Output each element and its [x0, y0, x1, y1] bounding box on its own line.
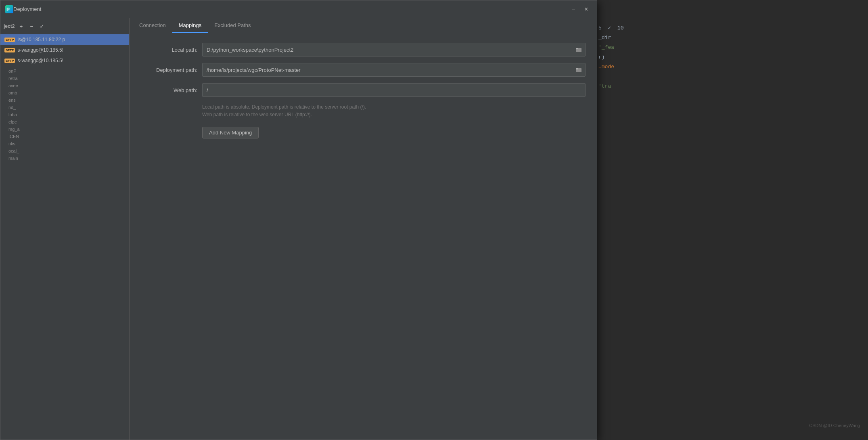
- local-path-browse-button[interactable]: [573, 44, 585, 56]
- local-path-input-wrapper: [202, 43, 586, 57]
- file-list-item[interactable]: ens: [0, 96, 129, 104]
- web-path-label: Web path:: [141, 87, 197, 93]
- file-list-section: onP retra avee omb ens nd_ loba elpe mg_…: [0, 66, 129, 163]
- server-list-item[interactable]: SFTP s-wanggc@10.185.5!: [0, 55, 129, 66]
- project-title: ject2: [4, 23, 15, 29]
- code-line: r): [594, 52, 868, 62]
- code-panel: 5 ✓ 10 _dir '_fea r) =mode 'tra: [594, 0, 868, 440]
- file-list-item[interactable]: nd_: [0, 104, 129, 111]
- app-icon: P: [5, 5, 13, 13]
- server-list-item[interactable]: SFTP s-wanggc@10.185.5!: [0, 45, 129, 55]
- code-line: 'tra: [594, 82, 868, 91]
- local-path-row: Local path:: [141, 43, 586, 57]
- sftp-icon: SFTP: [4, 59, 15, 63]
- local-path-label: Local path:: [141, 47, 197, 53]
- web-path-row: Web path:: [141, 83, 586, 97]
- local-path-input[interactable]: [202, 43, 586, 57]
- server-label: s-wanggc@10.185.5!: [17, 58, 63, 63]
- close-button[interactable]: ×: [581, 4, 592, 15]
- file-list-item[interactable]: loba: [0, 111, 129, 118]
- file-list-item[interactable]: elpe: [0, 118, 129, 126]
- deployment-path-input-wrapper: [202, 63, 586, 77]
- tab-mappings[interactable]: Mappings: [172, 18, 208, 33]
- deployment-path-label: Deployment path:: [141, 67, 197, 73]
- server-list-item[interactable]: SFTP ls@10.185.11.80:22 p: [0, 34, 129, 45]
- svg-rect-3: [576, 48, 578, 49]
- tabs-bar: Connection Mappings Excluded Paths: [130, 18, 597, 33]
- file-list-item[interactable]: onP: [0, 67, 129, 75]
- deployment-path-browse-button[interactable]: [573, 64, 585, 76]
- file-list-item[interactable]: nks_: [0, 140, 129, 147]
- add-new-mapping-button[interactable]: Add New Mapping: [202, 127, 259, 138]
- server-list-header: ject2 + − ✓: [0, 18, 129, 34]
- titlebar-controls: − ×: [568, 4, 592, 15]
- file-list-item[interactable]: ICEN: [0, 133, 129, 140]
- dialog-right-panel: Connection Mappings Excluded Paths Local…: [130, 18, 597, 440]
- sftp-icon: SFTP: [4, 48, 15, 52]
- deployment-path-row: Deployment path:: [141, 63, 586, 77]
- web-path-input-wrapper: [202, 83, 586, 97]
- server-label: s-wanggc@10.185.5!: [17, 47, 63, 53]
- minimize-button[interactable]: −: [568, 4, 579, 15]
- deployment-dialog: P Deployment − × ject2 + − ✓ SFTP ls@10.…: [0, 0, 597, 440]
- svg-text:P: P: [6, 7, 10, 13]
- dialog-title: Deployment: [13, 6, 568, 12]
- tab-connection[interactable]: Connection: [133, 18, 172, 33]
- code-line: '_fea: [594, 43, 868, 52]
- web-path-input[interactable]: [202, 83, 586, 97]
- deployment-path-input[interactable]: [202, 63, 586, 77]
- sftp-icon: SFTP: [4, 38, 15, 42]
- watermark: CSDN @ID:CheneyWang: [809, 423, 860, 428]
- dialog-titlebar: P Deployment − ×: [0, 0, 597, 18]
- file-list-item[interactable]: ocal_: [0, 147, 129, 155]
- file-list-item[interactable]: main: [0, 155, 129, 162]
- check-button[interactable]: ✓: [38, 22, 46, 30]
- file-list-item[interactable]: omb: [0, 89, 129, 96]
- server-label: ls@10.185.11.80:22 p: [17, 37, 65, 42]
- file-list-item[interactable]: avee: [0, 82, 129, 89]
- hint-text: Local path is absolute. Deployment path …: [202, 103, 586, 119]
- server-list-panel: ject2 + − ✓ SFTP ls@10.185.11.80:22 p SF…: [0, 18, 130, 440]
- mappings-content: Local path: D: [130, 33, 597, 440]
- svg-rect-5: [576, 68, 578, 69]
- add-server-button[interactable]: +: [17, 22, 25, 30]
- remove-server-button[interactable]: −: [27, 22, 36, 30]
- code-line: 5 ✓ 10: [594, 20, 868, 33]
- tab-excluded-paths[interactable]: Excluded Paths: [208, 18, 257, 33]
- file-list-item[interactable]: mg_a: [0, 126, 129, 133]
- code-line: _dir: [594, 33, 868, 43]
- code-line: =mode: [594, 62, 868, 72]
- code-line: [594, 72, 868, 82]
- dialog-body: ject2 + − ✓ SFTP ls@10.185.11.80:22 p SF…: [0, 18, 597, 440]
- file-list-item[interactable]: retra: [0, 75, 129, 82]
